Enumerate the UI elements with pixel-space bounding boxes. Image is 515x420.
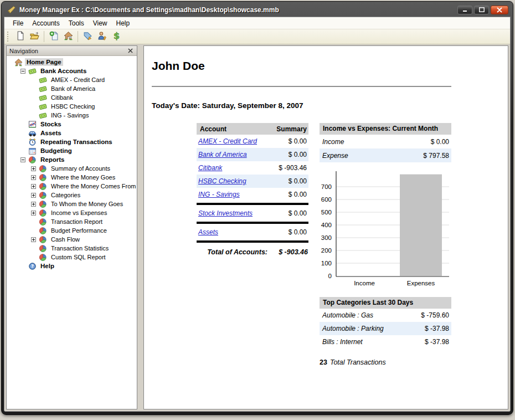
minimize-icon <box>462 8 468 12</box>
tree-expander-slot <box>31 95 39 100</box>
nav-item-label: Budgeting <box>39 147 74 155</box>
money-icon <box>39 85 48 93</box>
tree-expander-plus-icon[interactable] <box>31 184 39 189</box>
toolbar-button-organize-categories[interactable] <box>80 30 95 43</box>
account-link-hsbc-checking[interactable]: HSBC Checking <box>198 177 246 185</box>
tree-expander-minus-icon[interactable] <box>20 157 28 162</box>
account-balance: $ 0.00 <box>269 177 308 185</box>
nav-item-amex-credit-card[interactable]: AMEX - Credit Card <box>7 75 137 84</box>
nav-item-help[interactable]: ?Help <box>7 262 137 270</box>
menu-item-view[interactable]: View <box>89 18 112 28</box>
nav-item-label: Reports <box>39 156 66 163</box>
navigation-panel-header: Navigation <box>7 46 137 56</box>
window-title: Money Manager Ex : C:\Documents and Sett… <box>19 6 457 14</box>
toolbar-button-new-database[interactable] <box>13 30 27 43</box>
tree-expander-plus-icon[interactable] <box>31 193 39 198</box>
toolbar-button-new-account[interactable] <box>47 30 61 43</box>
nav-item-stocks[interactable]: Stocks <box>7 120 137 129</box>
nav-item-bank-accounts[interactable]: Bank Accounts <box>7 66 137 75</box>
nav-item-label: AMEX - Credit Card <box>49 76 106 84</box>
nav-item-home-page[interactable]: Home Page <box>7 58 137 66</box>
nav-item-summary-of-accounts[interactable]: Summary of Accounts <box>7 164 137 173</box>
account-link-ing-savings[interactable]: ING - Savings <box>198 191 240 198</box>
accounts-total-label: Total of Accounts: <box>197 248 272 256</box>
pie-chart-icon <box>39 191 48 199</box>
transactions-count: 23 <box>320 358 327 366</box>
nav-item-cash-flow[interactable]: Cash Flow <box>7 235 137 244</box>
pie-chart-icon <box>28 156 37 164</box>
account-link-assets[interactable]: Assets <box>198 228 218 236</box>
tree-expander-slot <box>20 131 28 136</box>
account-link-citibank[interactable]: Citibank <box>198 164 222 172</box>
pie-chart-icon <box>39 218 48 226</box>
toolbar-button-currency[interactable]: $ <box>109 30 123 43</box>
menu-item-help[interactable]: Help <box>112 18 135 28</box>
tree-expander-plus-icon[interactable] <box>31 237 39 242</box>
money-icon <box>28 67 37 75</box>
tree-expander-plus-icon[interactable] <box>31 166 39 171</box>
minimize-button[interactable] <box>457 6 472 14</box>
account-balance: $ 0.00 <box>269 137 308 145</box>
tree-expander-slot <box>20 140 28 145</box>
nav-item-where-the-money-comes-from[interactable]: Where the Money Comes From <box>7 182 137 191</box>
menu-item-tools[interactable]: Tools <box>64 18 89 28</box>
new-file-icon <box>16 31 25 43</box>
home-icon <box>14 58 23 66</box>
nav-item-custom-sql-report[interactable]: Custom SQL Report <box>7 253 137 262</box>
dashboard: Account Summary AMEX - Credit Card$ 0.00… <box>197 123 508 366</box>
tree-expander-plus-icon[interactable] <box>31 211 39 216</box>
panel-splitter[interactable] <box>140 45 141 409</box>
nav-item-income-vs-expenses[interactable]: Income vs Expenses <box>7 208 137 217</box>
money-icon <box>39 111 48 120</box>
account-link-stock-investments[interactable]: Stock Investments <box>198 209 253 217</box>
navigation-close-button[interactable] <box>126 47 134 55</box>
nav-item-transaction-statistics[interactable]: Transaction Statistics <box>7 244 137 253</box>
nav-item-categories[interactable]: Categories <box>7 191 137 199</box>
nav-item-ing-savings[interactable]: ING - Savings <box>7 111 137 120</box>
toolbar-button-organize-payees[interactable] <box>95 30 109 43</box>
home-icon <box>64 31 73 43</box>
tree-expander-slot <box>20 122 28 127</box>
tree-expander-slot <box>31 78 39 83</box>
account-link-bank-of-america[interactable]: Bank of America <box>198 151 247 158</box>
close-icon <box>497 7 502 13</box>
nav-item-bank-of-america[interactable]: Bank of America <box>7 84 137 93</box>
tree-expander-minus-icon[interactable] <box>20 69 28 74</box>
nav-item-budgeting[interactable]: Budgeting <box>7 146 137 155</box>
toolbar-button-home-page[interactable] <box>61 30 75 43</box>
top-category-row-bills-internet: Bills : Internet$ -37.98 <box>320 335 451 349</box>
close-button[interactable] <box>491 6 508 14</box>
nav-item-assets[interactable]: Assets <box>7 129 137 137</box>
app-window: Money Manager Ex : C:\Documents and Sett… <box>1 1 513 415</box>
tree-expander-slot <box>31 104 39 109</box>
nav-item-citibank[interactable]: Citibank <box>7 93 137 102</box>
nav-item-transaction-report[interactable]: Transaction Report <box>7 217 137 226</box>
toolbar-separator <box>78 31 78 42</box>
account-column-header: Account <box>197 125 269 133</box>
nav-item-label: Where the Money Comes From <box>49 182 137 190</box>
toolbar-grip[interactable] <box>7 32 10 42</box>
accounts-total-value: $ -903.46 <box>272 248 308 256</box>
account-link-amex-credit-card[interactable]: AMEX - Credit Card <box>198 137 257 145</box>
user-name-heading: John Doe <box>152 59 508 73</box>
tree-expander-slot <box>31 246 39 251</box>
nav-item-where-the-money-goes[interactable]: Where the Money Goes <box>7 173 137 182</box>
accounts-total-row: Total of Accounts: $ -903.46 <box>197 244 308 259</box>
titlebar[interactable]: Money Manager Ex : C:\Documents and Sett… <box>4 2 511 17</box>
menu-item-accounts[interactable]: Accounts <box>28 18 64 28</box>
transactions-label: Total Transactions <box>330 358 386 366</box>
nav-item-repeating-transactions[interactable]: Repeating Transactions <box>7 137 137 146</box>
open-folder-icon <box>30 31 39 43</box>
tree-expander-plus-icon[interactable] <box>31 175 39 180</box>
maximize-button[interactable] <box>474 6 489 14</box>
toolbar-button-open-database[interactable] <box>27 30 42 43</box>
svg-text:500: 500 <box>321 209 332 216</box>
nav-item-to-whom-the-money-goes[interactable]: To Whom the Money Goes <box>7 199 137 208</box>
nav-item-budget-performance[interactable]: Budget Performance <box>7 226 137 235</box>
top-category-label: Automobile : Parking <box>320 325 425 332</box>
nav-item-reports[interactable]: Reports <box>7 155 137 164</box>
menu-item-file[interactable]: File <box>8 18 28 28</box>
nav-item-hsbc-checking[interactable]: HSBC Checking <box>7 102 137 111</box>
top-category-row-automobile-parking: Automobile : Parking$ -37.98 <box>320 322 451 335</box>
tree-expander-plus-icon[interactable] <box>31 202 39 207</box>
